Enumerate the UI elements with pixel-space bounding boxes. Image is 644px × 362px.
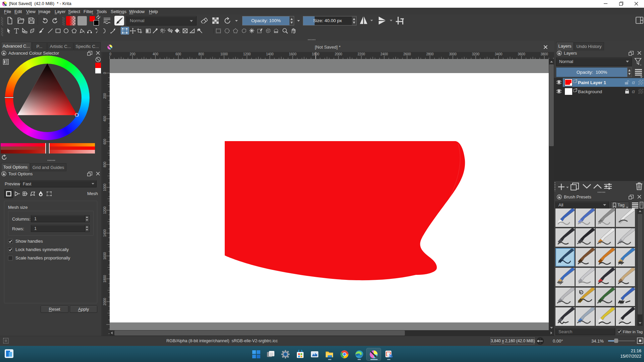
svg-text:1600: 1600 xyxy=(103,252,107,260)
svg-text:400: 400 xyxy=(103,116,107,122)
svg-text:1400: 1400 xyxy=(266,52,274,56)
svg-text:200: 200 xyxy=(130,52,136,56)
svg-text:400: 400 xyxy=(153,52,158,56)
svg-text:3800: 3800 xyxy=(541,52,548,56)
svg-text:600: 600 xyxy=(175,52,181,56)
svg-text:1400: 1400 xyxy=(103,229,107,237)
svg-text:3400: 3400 xyxy=(495,52,502,56)
svg-text:200: 200 xyxy=(103,93,107,99)
svg-text:2000: 2000 xyxy=(103,298,107,305)
svg-text:3000: 3000 xyxy=(449,52,457,56)
svg-text:2800: 2800 xyxy=(426,52,434,56)
svg-text:1000: 1000 xyxy=(103,183,107,191)
svg-text:1800: 1800 xyxy=(103,275,107,283)
svg-text:800: 800 xyxy=(103,162,107,167)
svg-text:2000: 2000 xyxy=(335,52,342,56)
svg-text:800: 800 xyxy=(198,52,204,56)
svg-text:3200: 3200 xyxy=(472,52,480,56)
svg-text:600: 600 xyxy=(103,139,107,144)
svg-text:1200: 1200 xyxy=(243,52,251,56)
svg-text:1200: 1200 xyxy=(103,206,107,214)
svg-text:0: 0 xyxy=(103,72,107,74)
svg-text:2400: 2400 xyxy=(380,52,388,56)
svg-text:1600: 1600 xyxy=(289,52,297,56)
svg-text:0: 0 xyxy=(109,52,111,56)
svg-text:2600: 2600 xyxy=(403,52,411,56)
svg-text:2200: 2200 xyxy=(358,52,365,56)
svg-text:3600: 3600 xyxy=(518,52,525,56)
svg-text:1000: 1000 xyxy=(220,52,228,56)
